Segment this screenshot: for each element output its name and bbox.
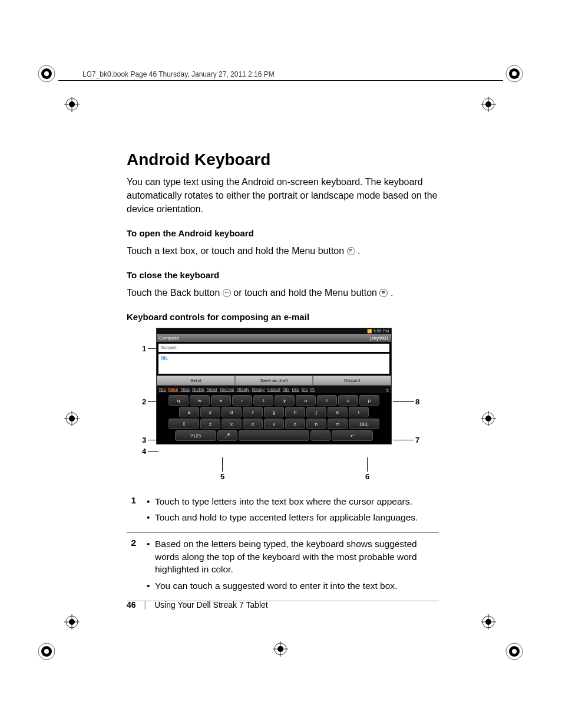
key-t[interactable]: t bbox=[253, 395, 273, 406]
sugg-item[interactable]: Nicely bbox=[237, 387, 250, 392]
crop-mark-icon bbox=[504, 641, 524, 661]
row-bullet: Based on the letters being typed, the ke… bbox=[147, 538, 435, 576]
menu-icon bbox=[347, 247, 355, 255]
key-period[interactable]: . bbox=[310, 430, 330, 441]
sugg-item[interactable]: Nic bbox=[159, 387, 166, 392]
sugg-item[interactable]: Nicer bbox=[206, 387, 217, 392]
svg-point-2 bbox=[44, 71, 49, 76]
controls-table: 1 Touch to type letters into the text bo… bbox=[127, 490, 439, 601]
key-return[interactable]: ↵ bbox=[332, 430, 373, 441]
callout-4: 4 bbox=[142, 447, 146, 456]
open-step: Touch a text box, or touch and hold the … bbox=[127, 244, 439, 258]
sugg-item[interactable]: Nix bbox=[283, 387, 290, 392]
close-text-a: Touch the Back button bbox=[127, 288, 223, 298]
key-m[interactable]: m bbox=[328, 419, 348, 429]
menu-icon bbox=[379, 289, 388, 297]
body-field[interactable]: Nic bbox=[158, 354, 389, 374]
row-number: 1 bbox=[127, 490, 143, 533]
register-mark-icon bbox=[273, 641, 288, 657]
crop-mark-icon bbox=[37, 641, 57, 661]
key-e[interactable]: e bbox=[211, 395, 231, 406]
close-heading: To close the keyboard bbox=[127, 270, 439, 280]
compose-label: Compose bbox=[159, 335, 179, 341]
sugg-item[interactable]: Nicety bbox=[252, 387, 265, 392]
key-f[interactable]: f bbox=[243, 407, 263, 417]
row-bullet: Touch and hold to type accented letters … bbox=[147, 511, 435, 524]
register-mark-icon bbox=[64, 97, 80, 112]
register-mark-icon bbox=[64, 411, 80, 426]
key-space[interactable] bbox=[239, 430, 309, 441]
sugg-item[interactable]: Nick bbox=[180, 387, 190, 392]
page-title: Android Keyboard bbox=[127, 150, 439, 169]
key-o[interactable]: o bbox=[338, 395, 358, 406]
send-button[interactable]: Send bbox=[157, 375, 235, 386]
sugg-item[interactable]: Mic bbox=[292, 387, 299, 392]
svg-point-11 bbox=[512, 649, 517, 654]
register-mark-icon bbox=[481, 97, 496, 112]
register-mark-icon bbox=[481, 614, 496, 630]
key-i[interactable]: i bbox=[317, 395, 337, 406]
key-p[interactable]: p bbox=[359, 395, 379, 406]
row-bullet: Touch to type letters into the text box … bbox=[147, 495, 435, 508]
key-h[interactable]: h bbox=[285, 407, 305, 417]
register-mark-icon bbox=[64, 614, 80, 630]
key-a[interactable]: a bbox=[179, 407, 199, 417]
controls-heading: Keyboard controls for composing an e-mai… bbox=[127, 312, 439, 322]
key-q[interactable]: q bbox=[168, 395, 189, 406]
key-b[interactable]: b bbox=[285, 419, 305, 429]
callout-6: 6 bbox=[365, 472, 369, 481]
key-w[interactable]: w bbox=[190, 395, 210, 406]
callout-2: 2 bbox=[142, 397, 146, 406]
page-number: 46 bbox=[127, 600, 136, 610]
back-icon bbox=[223, 289, 231, 297]
key-r[interactable]: r bbox=[232, 395, 252, 406]
sugg-item[interactable]: Inc bbox=[302, 387, 308, 392]
key-delete[interactable]: DEL bbox=[349, 419, 379, 429]
sugg-item[interactable]: Niches bbox=[220, 387, 234, 392]
key-shift[interactable]: ⇧ bbox=[168, 419, 199, 429]
screenshot: 📶 5:55 PM Compose jekyll801 Subject Nic … bbox=[156, 328, 392, 444]
key-y[interactable]: y bbox=[275, 395, 295, 406]
callout-7: 7 bbox=[415, 436, 419, 444]
discard-button[interactable]: Discard bbox=[313, 375, 391, 386]
open-heading: To open the Android keyboard bbox=[127, 228, 439, 238]
page-footer: 46 | Using Your Dell Streak 7 Tablet bbox=[127, 600, 268, 610]
key-x[interactable]: x bbox=[222, 419, 242, 429]
sugg-item-highlight[interactable]: Nice bbox=[168, 387, 178, 392]
close-step: Touch the Back button or touch and hold … bbox=[127, 286, 439, 300]
account-label: jekyll801 bbox=[371, 335, 389, 341]
suggestion-bar[interactable]: Nic Nice Nick Niche Nicer Niches Nicely … bbox=[157, 386, 391, 393]
key-c[interactable]: c bbox=[243, 419, 263, 429]
key-g[interactable]: g bbox=[264, 407, 284, 417]
key-n[interactable]: n bbox=[306, 419, 326, 429]
subject-field[interactable]: Subject bbox=[158, 344, 389, 352]
table-row: 1 Touch to type letters into the text bo… bbox=[127, 490, 439, 533]
key-symbols[interactable]: ?123 bbox=[175, 430, 216, 441]
key-d[interactable]: d bbox=[222, 407, 242, 417]
save-draft-button[interactable]: Save as draft bbox=[235, 375, 313, 386]
page-content: Android Keyboard You can type text using… bbox=[127, 150, 439, 601]
sugg-item[interactable]: Nicest bbox=[267, 387, 280, 392]
sugg-item[interactable]: Pi bbox=[310, 387, 315, 392]
svg-point-8 bbox=[44, 649, 49, 654]
signal-icon: 📶 bbox=[367, 329, 373, 333]
callout-1: 1 bbox=[142, 344, 146, 353]
svg-point-5 bbox=[512, 71, 517, 76]
key-k[interactable]: k bbox=[328, 407, 348, 417]
sugg-item[interactable]: Niche bbox=[192, 387, 204, 392]
sugg-more-icon[interactable]: ▸ bbox=[386, 387, 389, 392]
key-j[interactable]: j bbox=[306, 407, 326, 417]
key-l[interactable]: l bbox=[349, 407, 369, 417]
crop-mark-icon bbox=[504, 64, 524, 84]
callout-8: 8 bbox=[415, 397, 419, 406]
key-z[interactable]: z bbox=[200, 419, 220, 429]
key-s[interactable]: s bbox=[200, 407, 220, 417]
close-text-c: . bbox=[391, 288, 393, 298]
intro-text: You can type text using the Android on-s… bbox=[127, 175, 439, 216]
status-bar: 📶 5:55 PM bbox=[157, 328, 391, 334]
key-v[interactable]: v bbox=[264, 419, 284, 429]
key-u[interactable]: u bbox=[296, 395, 316, 406]
keyboard: q w e r t y u i o p a s d f g h bbox=[157, 393, 391, 444]
callout-3: 3 bbox=[142, 436, 146, 444]
key-mic[interactable]: 🎤 bbox=[217, 430, 237, 441]
